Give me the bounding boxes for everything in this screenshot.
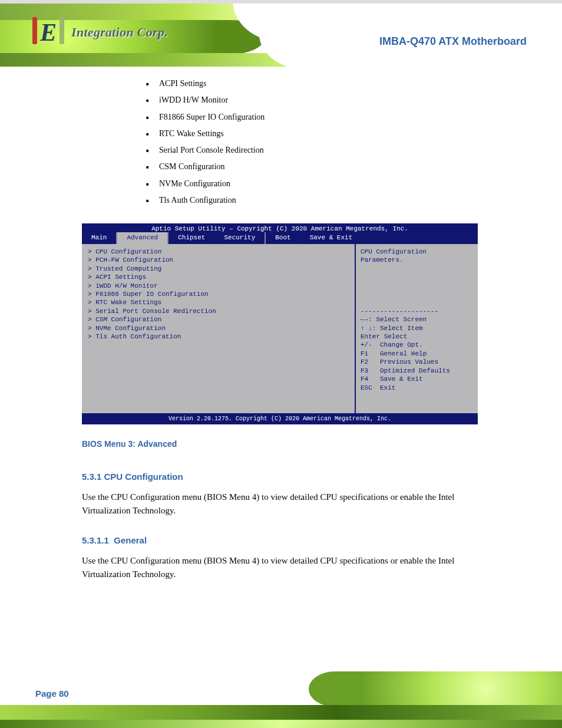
bullet-list: ACPI Settings iWDD H/W Monitor F81866 Su… bbox=[146, 75, 265, 209]
logo-glyph-i-green bbox=[59, 21, 64, 44]
bios-help-label: Exit bbox=[380, 384, 395, 391]
bios-item-label: iWDD H/W Monitor bbox=[95, 282, 158, 289]
bios-item-label: NVMe Configuration bbox=[95, 325, 166, 332]
bios-tab-save-exit: Save & Exit bbox=[300, 232, 362, 244]
arrow-left-right-icon: ←→ bbox=[361, 316, 368, 323]
bios-tab-advanced: Advanced bbox=[117, 232, 167, 244]
bios-help-key: F1 bbox=[361, 350, 368, 357]
bios-help-key: F3 bbox=[361, 367, 368, 374]
section-heading: 5.3.1 CPU Configuration bbox=[82, 472, 183, 482]
bios-left-pane: CPU Configuration PCH-FW Configuration T… bbox=[82, 244, 355, 413]
figure-caption: BIOS Menu 3: Advanced bbox=[82, 439, 177, 449]
bios-help-row: ↑ ↓: Select Item bbox=[361, 324, 473, 332]
footer-band-mid bbox=[0, 705, 562, 720]
bios-help-key: Enter bbox=[361, 333, 380, 340]
bios-tab-main: Main bbox=[82, 232, 116, 244]
bios-item-label: PCH-FW Configuration bbox=[95, 256, 173, 263]
bios-item-label: CSM Configuration bbox=[95, 316, 161, 323]
bios-item-label: ACPI Settings bbox=[95, 274, 146, 281]
bios-header: Aptio Setup Utility – Copyright (C) 2020… bbox=[82, 223, 478, 244]
bios-right-pane: CPU Configuration Parameters. ----------… bbox=[355, 244, 478, 413]
bios-help-row: ESC Exit bbox=[361, 384, 473, 392]
bullet-item: NVMe Configuration bbox=[146, 176, 265, 192]
bios-help-row: F3 Optimized Defaults bbox=[361, 367, 473, 375]
bios-footer: Version 2.20.1275. Copyright (C) 2020 Am… bbox=[82, 413, 478, 424]
spacer bbox=[361, 282, 473, 290]
bios-tab-chipset: Chipset bbox=[168, 232, 214, 244]
logo: E Integration Corp. bbox=[32, 15, 203, 50]
bios-help-desc: Parameters. bbox=[361, 256, 473, 264]
bios-item: Trusted Computing bbox=[88, 265, 349, 273]
bios-title: Aptio Setup Utility – Copyright (C) 2020… bbox=[82, 223, 478, 232]
page-number: Page 80 bbox=[35, 689, 69, 699]
header-top-strip bbox=[0, 0, 562, 4]
subsection-title: General bbox=[114, 535, 147, 545]
bios-item-label: CPU Configuration bbox=[95, 248, 161, 255]
logo-glyph-i-red bbox=[32, 21, 37, 44]
bios-help-row: +/- Change Opt. bbox=[361, 341, 473, 349]
bullet-item: F81866 Super IO Configuration bbox=[146, 109, 265, 126]
bios-help-row: Enter Select bbox=[361, 332, 473, 341]
bios-item-label: Tls Auth Configuration bbox=[95, 333, 181, 340]
spacer bbox=[361, 290, 473, 298]
bullet-item: iWDD H/W Monitor bbox=[146, 92, 265, 108]
bios-item: PCH-FW Configuration bbox=[88, 256, 349, 264]
footer-band-bottom bbox=[0, 720, 562, 728]
bios-item-label: F81866 Super IO Configuration bbox=[95, 291, 208, 298]
bios-item: Serial Port Console Redirection bbox=[88, 307, 349, 315]
bios-item: iWDD H/W Monitor bbox=[88, 282, 349, 290]
bullet-item: Serial Port Console Redirection bbox=[146, 142, 265, 159]
bios-item: Tls Auth Configuration bbox=[88, 332, 349, 341]
bios-tab-security: Security bbox=[214, 232, 265, 244]
spacer bbox=[361, 273, 473, 281]
footer-band-upper bbox=[309, 671, 562, 707]
bios-item: F81866 Super IO Configuration bbox=[88, 290, 349, 298]
spacer bbox=[361, 265, 473, 273]
bios-item-label: Trusted Computing bbox=[95, 265, 161, 272]
spacer bbox=[361, 298, 473, 307]
bios-item: CPU Configuration bbox=[88, 248, 349, 256]
bios-screenshot: Aptio Setup Utility – Copyright (C) 2020… bbox=[82, 223, 478, 424]
bios-tab-boot: Boot bbox=[266, 232, 300, 244]
bullet-item: Tls Auth Configuration bbox=[146, 192, 265, 209]
bios-help-divider: -------------------- bbox=[361, 307, 473, 315]
bios-help-label: Optimized Defaults bbox=[380, 367, 450, 374]
bios-help-label: Select bbox=[384, 333, 408, 340]
bios-item: RTC Wake Settings bbox=[88, 298, 349, 307]
bios-help-row: F2 Previous Values bbox=[361, 358, 473, 366]
subsection-number: 5.3.1.1 bbox=[82, 535, 109, 545]
bios-item: ACPI Settings bbox=[88, 273, 349, 281]
logo-glyph-e: E bbox=[40, 18, 57, 47]
product-title: IMBA-Q470 ATX Motherboard bbox=[379, 35, 527, 48]
bios-tabs: Main Advanced Chipset Security Boot Save… bbox=[82, 232, 478, 244]
bullet-item: ACPI Settings bbox=[146, 75, 265, 92]
bios-help-label: Previous Values bbox=[380, 358, 438, 365]
bios-item-label: Serial Port Console Redirection bbox=[95, 308, 216, 315]
bios-help-label: Change Opt. bbox=[380, 341, 423, 348]
bios-help-row: F1 General Help bbox=[361, 350, 473, 358]
bios-help-row: ←→: Select Screen bbox=[361, 315, 473, 324]
bios-help-label: General Help bbox=[380, 350, 427, 357]
bullet-item: CSM Configuration bbox=[146, 159, 265, 175]
bios-item: NVMe Configuration bbox=[88, 324, 349, 332]
bios-help-key: +/- bbox=[361, 341, 372, 348]
bios-help-key: F4 bbox=[361, 375, 368, 383]
bios-body: CPU Configuration PCH-FW Configuration T… bbox=[82, 244, 478, 413]
bios-help-row: F4 Save & Exit bbox=[361, 375, 473, 383]
bios-item: CSM Configuration bbox=[88, 315, 349, 324]
bullet-item: RTC Wake Settings bbox=[146, 126, 265, 142]
bios-help-desc: CPU Configuration bbox=[361, 248, 473, 256]
bios-help-label: Save & Exit bbox=[380, 375, 423, 383]
bios-help-key: ESC bbox=[361, 384, 372, 391]
logo-text: Integration Corp. bbox=[71, 25, 168, 40]
bios-help-key: F2 bbox=[361, 358, 368, 365]
bios-item-label: RTC Wake Settings bbox=[95, 299, 161, 306]
body-paragraph: Use the CPU Configuration menu (BIOS Men… bbox=[82, 490, 478, 518]
bios-help-label: : Select Item bbox=[372, 325, 423, 332]
subsection-heading: 5.3.1.1 General bbox=[82, 535, 147, 545]
body-paragraph: Use the CPU Configuration menu (BIOS Men… bbox=[82, 554, 478, 582]
bios-help-label: : Select Screen bbox=[368, 316, 427, 323]
arrow-up-down-icon: ↑ ↓ bbox=[361, 325, 372, 332]
